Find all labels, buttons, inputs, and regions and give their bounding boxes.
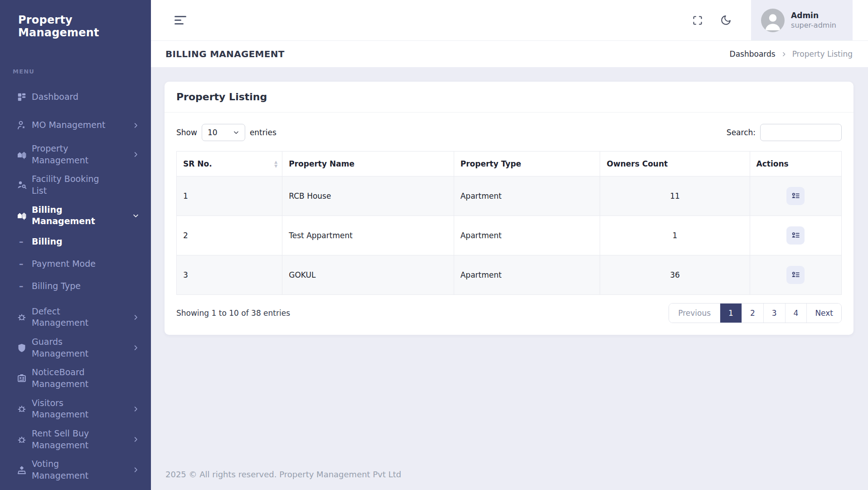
search-label: Search: [727, 128, 756, 137]
contact-list-icon [790, 270, 800, 280]
table-row: 3 GOKUL Apartment 36 [177, 255, 842, 295]
cell-actions [750, 255, 841, 295]
content-area: Property Listing Show 10 entries Search: [151, 67, 868, 490]
column-header-owners-count[interactable]: Owners Count [600, 152, 750, 176]
next-page-button[interactable]: Next [807, 304, 841, 323]
cell-property-name: RCB House [282, 176, 454, 216]
chevron-right-icon [132, 436, 139, 443]
sidebar: Property Management MENU Dashboard MO Ma… [0, 0, 151, 490]
column-header-sr-no[interactable]: SR No. ▲▼ [177, 152, 282, 176]
column-header-actions: Actions [750, 152, 841, 176]
view-owners-button[interactable] [786, 266, 805, 284]
card-body: Show 10 entries Search: [165, 113, 853, 335]
sidebar-subitem-label: Payment Mode [32, 259, 96, 269]
sidebar-item-label: Guards Management [32, 336, 114, 359]
sidebar-item-rent-sell-buy-management[interactable]: Rent Sell Buy Management [0, 428, 151, 451]
app-root: Property Management MENU Dashboard MO Ma… [0, 0, 868, 490]
chevron-right-icon [132, 466, 139, 474]
sidebar-item-label: Voting Management [32, 458, 114, 481]
noticeboard-icon [16, 372, 28, 384]
sidebar-item-label: Visitors Management [32, 397, 114, 421]
sidebar-toggle-button[interactable] [175, 16, 186, 24]
breadcrumb: Dashboards Property Listing [730, 49, 853, 59]
table-controls: Show 10 entries Search: [176, 124, 842, 141]
page-button-2[interactable]: 2 [742, 304, 764, 323]
sidebar-subitem-label: Billing [32, 236, 63, 246]
sidebar-item-noticeboard-management[interactable]: NoticeBoard Management [0, 367, 151, 390]
sidebar-nav: Dashboard MO Management Property Managem… [0, 87, 151, 489]
chevron-right-icon [132, 151, 139, 158]
cell-actions [750, 176, 841, 216]
dashboard-icon [16, 91, 28, 103]
houses-add-icon [16, 149, 28, 161]
avatar [761, 9, 785, 32]
showing-entries-info: Showing 1 to 10 of 38 entries [176, 309, 290, 318]
table-row: 2 Test Appartment Apartment 1 [177, 216, 842, 255]
sidebar-item-label: MO Management [32, 119, 106, 131]
contact-list-icon [790, 191, 800, 201]
cell-property-type: Apartment [454, 216, 600, 255]
chevron-right-icon [132, 122, 139, 129]
property-table: SR No. ▲▼ Property Name Property Type Ow… [176, 151, 842, 295]
sidebar-item-billing-management[interactable]: Billing Management [0, 204, 151, 227]
sidebar-item-guards-management[interactable]: Guards Management [0, 336, 151, 359]
sidebar-item-property-management[interactable]: Property Management [0, 143, 151, 166]
column-header-property-name[interactable]: Property Name [282, 152, 454, 176]
sidebar-item-label: Property Management [32, 143, 114, 166]
billing-submenu: – Billing – Payment Mode – Billing Type [0, 233, 151, 299]
sidebar-item-mo-management[interactable]: MO Management [0, 115, 151, 136]
topbar: Admin super-admin [151, 0, 868, 41]
sidebar-item-voting-management[interactable]: Voting Management [0, 458, 151, 481]
page-button-3[interactable]: 3 [764, 304, 786, 323]
cell-sr-no: 1 [177, 176, 282, 216]
pagination: Previous 1 2 3 4 Next [669, 303, 842, 323]
previous-page-button[interactable]: Previous [669, 304, 720, 323]
cell-owners-count: 36 [600, 255, 750, 295]
sidebar-subitem-label: Billing Type [32, 281, 81, 291]
view-owners-button[interactable] [786, 187, 805, 205]
sidebar-item-label: Facility Booking List [32, 173, 114, 196]
sidebar-subitem-billing[interactable]: – Billing [0, 233, 151, 250]
column-header-property-type[interactable]: Property Type [454, 152, 600, 176]
cell-property-name: GOKUL [282, 255, 454, 295]
cell-actions [750, 216, 841, 255]
sidebar-item-dashboard[interactable]: Dashboard [0, 87, 151, 108]
property-listing-card: Property Listing Show 10 entries Search: [165, 82, 853, 335]
houses-add-icon [16, 210, 28, 221]
card-header: Property Listing [165, 82, 853, 113]
page-title: BILLING MANAGEMENT [165, 49, 285, 59]
fullscreen-icon[interactable] [688, 10, 708, 30]
sidebar-item-label: Dashboard [32, 91, 78, 103]
sidebar-item-facility-booking-list[interactable]: Facility Booking List [0, 173, 151, 196]
brand-title: Property Management [0, 0, 151, 39]
page-size-value: 10 [208, 128, 218, 137]
vote-box-icon [16, 464, 28, 476]
cell-sr-no: 2 [177, 216, 282, 255]
view-owners-button[interactable] [786, 226, 805, 245]
cell-sr-no: 3 [177, 255, 282, 295]
entries-label: entries [250, 128, 276, 137]
search-wrap: Search: [727, 124, 842, 141]
sidebar-subitem-billing-type[interactable]: – Billing Type [0, 277, 151, 294]
page-button-4[interactable]: 4 [786, 304, 807, 323]
sidebar-item-visitors-management[interactable]: Visitors Management [0, 397, 151, 421]
chevron-down-icon [132, 212, 139, 219]
breadcrumb-parent[interactable]: Dashboards [730, 49, 776, 59]
sidebar-subitem-payment-mode[interactable]: – Payment Mode [0, 255, 151, 272]
sidebar-item-label: Billing Management [32, 204, 114, 227]
dash-marker: – [19, 281, 25, 291]
user-menu[interactable]: Admin super-admin [751, 0, 853, 40]
search-input[interactable] [760, 124, 842, 141]
topbar-right: Admin super-admin [688, 0, 868, 40]
show-label: Show [176, 128, 197, 137]
page-button-1[interactable]: 1 [720, 304, 742, 323]
breadcrumb-current: Property Listing [792, 49, 853, 59]
dark-mode-moon-icon[interactable] [716, 10, 736, 30]
page-size-select[interactable]: 10 [202, 124, 245, 141]
chevron-right-icon [132, 344, 139, 352]
user-search-icon [16, 179, 28, 191]
cell-property-type: Apartment [454, 176, 600, 216]
sidebar-item-defect-management[interactable]: Defect Management [0, 306, 151, 329]
cell-property-name: Test Appartment [282, 216, 454, 255]
copyright-footer: 2025 © All rights reserved. Property Man… [165, 470, 853, 490]
